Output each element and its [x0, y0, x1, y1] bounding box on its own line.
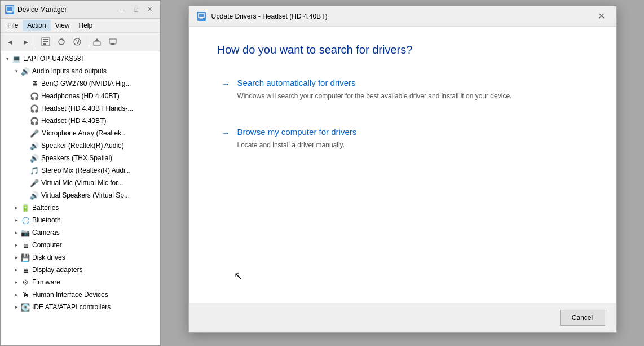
- svg-rect-2: [7, 12, 12, 13]
- tree-hid[interactable]: ▸ 🖱 Human Interface Devices: [1, 288, 160, 301]
- close-button[interactable]: ✕: [143, 3, 156, 16]
- svg-rect-12: [94, 42, 100, 45]
- menu-help[interactable]: Help: [74, 20, 98, 31]
- tree-disk-drives[interactable]: ▸ 💾 Disk drives: [1, 251, 160, 264]
- benq-label: BenQ GW2780 (NVIDIA Hig...: [41, 80, 131, 87]
- virtual-mic-label: Virtual Mic (Virtual Mic for...: [41, 179, 123, 187]
- icon-headset: 🎧: [30, 116, 39, 125]
- svg-rect-14: [109, 39, 116, 43]
- titlebar-buttons: ─ □ ✕: [116, 3, 156, 16]
- root-label: LAPTOP-U47KS53T: [23, 55, 85, 63]
- browse-title[interactable]: Browse my computer for drivers: [237, 127, 584, 137]
- expander-firmware[interactable]: ▸: [12, 278, 21, 287]
- tree-audio[interactable]: ▾ 🔊 Audio inputs and outputs: [1, 65, 160, 77]
- tree-computer[interactable]: ▸ 🖥 Computer: [1, 239, 160, 251]
- microphone-label: Microphone Array (Realtek...: [41, 129, 127, 137]
- window-title: Device Manager: [17, 6, 67, 14]
- icon-benq: 🖥: [30, 79, 39, 88]
- back-button[interactable]: ◄: [3, 34, 17, 49]
- svg-rect-4: [43, 39, 48, 40]
- titlebar-left: Device Manager: [5, 5, 67, 14]
- browse-computer-option[interactable]: → Browse my computer for drivers Locate …: [217, 122, 588, 155]
- expander-disk-drives[interactable]: ▸: [12, 253, 21, 262]
- svg-rect-20: [199, 19, 204, 19]
- svg-line-9: [63, 40, 64, 41]
- browse-text-block: Browse my computer for drivers Locate an…: [237, 127, 584, 150]
- expander-audio[interactable]: ▾: [12, 67, 21, 76]
- svg-rect-19: [200, 17, 203, 19]
- tree-headset-hands[interactable]: ▸ 🎧 Headset (HD 4.40BT Hands-...: [1, 102, 160, 115]
- stereo-mix-label: Stereo Mix (Realtek(R) Audi...: [41, 167, 131, 174]
- forward-button[interactable]: ►: [19, 34, 33, 49]
- icon-firmware: ⚙: [21, 278, 30, 287]
- tree-cameras[interactable]: ▸ 📷 Cameras: [1, 226, 160, 239]
- expander-display-adapters[interactable]: ▸: [12, 265, 21, 274]
- cameras-label: Cameras: [32, 229, 60, 236]
- icon-computer: 🖥: [21, 240, 30, 249]
- bluetooth-label: Bluetooth: [32, 216, 61, 224]
- maximize-button[interactable]: □: [130, 3, 142, 16]
- expander-batteries[interactable]: ▸: [12, 203, 21, 212]
- tree-bluetooth[interactable]: ▸ ◯ Bluetooth: [1, 214, 160, 226]
- tree-speaker[interactable]: ▸ 🔊 Speaker (Realtek(R) Audio): [1, 139, 160, 152]
- dialog-overlay: Update Drivers - Headset (HD 4.40BT) ✕ H…: [161, 0, 644, 346]
- tree-virtual-speakers[interactable]: ▸ 🔊 Virtual Speakers (Virtual Sp...: [1, 189, 160, 202]
- search-auto-description: Windows will search your computer for th…: [237, 92, 512, 100]
- search-auto-title[interactable]: Search automatically for drivers: [237, 78, 584, 87]
- tree-stereo-mix[interactable]: ▸ 🎵 Stereo Mix (Realtek(R) Audi...: [1, 164, 160, 177]
- dialog-title: Update Drivers - Headset (HD 4.40BT): [211, 12, 328, 20]
- tree-virtual-mic[interactable]: ▸ 🎤 Virtual Mic (Virtual Mic for...: [1, 177, 160, 189]
- menu-file[interactable]: File: [3, 20, 23, 31]
- app-icon: [5, 5, 14, 14]
- toolbar: ◄ ► ?: [1, 33, 160, 51]
- device-tree: ▾ 💻 LAPTOP-U47KS53T ▾ 🔊 Audio inputs and…: [1, 51, 160, 345]
- expander-hid[interactable]: ▸: [12, 290, 21, 299]
- browse-arrow-icon: →: [222, 128, 231, 138]
- menu-action[interactable]: Action: [23, 20, 50, 31]
- icon-speakers-thx: 🔊: [30, 154, 39, 163]
- dialog-footer: Cancel: [189, 303, 616, 332]
- tree-display-adapters[interactable]: ▸ 🖥 Display adapters: [1, 264, 160, 276]
- expander-computer[interactable]: ▸: [12, 240, 21, 249]
- ide-label: IDE ATA/ATAPI controllers: [32, 303, 111, 311]
- cancel-button[interactable]: Cancel: [560, 310, 605, 326]
- virtual-speakers-label: Virtual Speakers (Virtual Sp...: [41, 191, 130, 199]
- icon-cameras: 📷: [21, 228, 30, 237]
- tree-root[interactable]: ▾ 💻 LAPTOP-U47KS53T: [1, 52, 160, 65]
- update-driver-button[interactable]: [90, 34, 104, 49]
- dialog-title-left: Update Drivers - Headset (HD 4.40BT): [196, 11, 328, 22]
- tree-ide[interactable]: ▸ 💽 IDE ATA/ATAPI controllers: [1, 301, 160, 313]
- expander-bluetooth[interactable]: ▸: [12, 216, 21, 225]
- toolbar-separator-1: [36, 36, 36, 47]
- dialog-close-button[interactable]: ✕: [594, 8, 610, 24]
- expander-ide[interactable]: ▸: [12, 303, 21, 312]
- icon-batteries: 🔋: [21, 203, 30, 212]
- tree-headphones[interactable]: ▸ 🎧 Headphones (HD 4.40BT): [1, 90, 160, 102]
- tree-firmware[interactable]: ▸ ⚙ Firmware: [1, 276, 160, 288]
- icon-speaker: 🔊: [30, 141, 39, 150]
- search-automatically-option[interactable]: → Search automatically for drivers Windo…: [217, 73, 588, 106]
- tree-batteries[interactable]: ▸ 🔋 Batteries: [1, 202, 160, 214]
- tree-benq[interactable]: ▸ 🖥 BenQ GW2780 (NVIDIA Hig...: [1, 77, 160, 90]
- properties-button[interactable]: [38, 34, 53, 49]
- device-button[interactable]: [105, 34, 120, 49]
- svg-rect-16: [110, 45, 116, 45]
- help-button[interactable]: ?: [70, 34, 85, 49]
- icon-disk-drives: 💾: [21, 253, 30, 262]
- tree-speakers-thx[interactable]: ▸ 🔊 Speakers (THX Spatial): [1, 152, 160, 164]
- icon-virtual-mic: 🎤: [30, 178, 39, 187]
- expander-cameras[interactable]: ▸: [12, 228, 21, 237]
- minimize-button[interactable]: ─: [116, 3, 129, 16]
- toolbar-separator-2: [87, 36, 87, 47]
- scan-button[interactable]: [54, 34, 69, 49]
- dialog-body: How do you want to search for drivers? →…: [189, 27, 616, 303]
- tree-microphone[interactable]: ▸ 🎤 Microphone Array (Realtek...: [1, 127, 160, 139]
- icon-ide: 💽: [21, 303, 30, 312]
- update-drivers-dialog: Update Drivers - Headset (HD 4.40BT) ✕ H…: [188, 6, 617, 333]
- expander-root[interactable]: ▾: [3, 54, 12, 63]
- icon-headset-hands: 🎧: [30, 104, 39, 113]
- tree-headset[interactable]: ▸ 🎧 Headset (HD 4.40BT): [1, 115, 160, 127]
- icon-stereo-mix: 🎵: [30, 166, 39, 175]
- dialog-question: How do you want to search for drivers?: [217, 43, 588, 56]
- menu-view[interactable]: View: [51, 20, 74, 31]
